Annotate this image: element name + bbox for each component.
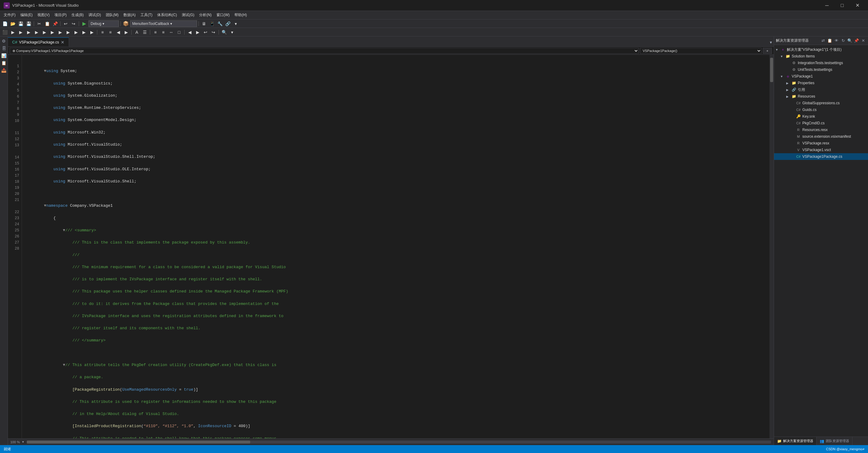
tb2-btn23[interactable]: ◀ — [186, 29, 193, 36]
se-tab-team-explorer[interactable]: 👥 团队资源管理器 — [817, 437, 852, 445]
menu-data[interactable]: 数据(A) — [121, 11, 138, 19]
maximize-button[interactable]: □ — [835, 0, 849, 11]
save-all-button[interactable]: 💾 — [25, 20, 32, 27]
tree-item-resources-folder[interactable]: ▶ 📁 Resources — [774, 93, 868, 100]
device-btn2[interactable]: 📱 — [208, 20, 216, 27]
se-properties-button[interactable]: 📋 — [827, 38, 833, 44]
debug-config-dropdown[interactable]: Debug ▾ — [89, 20, 119, 27]
tree-item-vspackage1-project[interactable]: ▼ ◈ VSPackage1 — [774, 73, 868, 80]
se-pin-button[interactable]: 📌 — [854, 38, 860, 44]
se-show-all-button[interactable]: 👁 — [833, 38, 839, 44]
tb2-btn19[interactable]: ≡ — [152, 29, 159, 36]
menu-tools[interactable]: 工具(T) — [138, 11, 155, 19]
tb2-btn3[interactable]: ▶ — [17, 29, 24, 36]
tb2-btn15[interactable]: ◀ — [115, 29, 122, 36]
solution-config-dropdown[interactable]: MenuItemToolCallback ▾ — [130, 20, 197, 27]
tb2-btn8[interactable]: ▶ — [57, 29, 64, 36]
se-tab-solution-explorer[interactable]: 📁 解决方案资源管理器 — [774, 437, 817, 445]
new-file-button[interactable]: 📄 — [1, 20, 8, 27]
tb2-btn21[interactable]: ↔ — [167, 29, 175, 36]
close-button[interactable]: ✕ — [850, 0, 864, 11]
sidebar-output[interactable]: 📤 — [1, 67, 7, 73]
tb2-btn2[interactable]: ▶ — [9, 29, 17, 36]
tree-item-vsix-manifest[interactable]: M source.extension.vsixmanifest — [774, 133, 868, 140]
tb2-btn10[interactable]: ▶ — [72, 29, 80, 36]
cut-button[interactable]: ✂ — [36, 20, 43, 27]
menu-test[interactable]: 测试(G) — [179, 11, 197, 19]
tree-item-vspackage-resx[interactable]: R VSPackage.resx — [774, 140, 868, 147]
tree-item-solution-items[interactable]: ▼ 📁 Solution Items — [774, 53, 868, 60]
breadcrumb-method-dropdown[interactable]: VSPackage1Package() — [640, 48, 762, 54]
tb2-btn9[interactable]: ▶ — [64, 29, 72, 36]
se-refresh-button[interactable]: ↻ — [840, 38, 846, 44]
tab-close-button[interactable]: ✕ — [61, 40, 64, 45]
tb2-btn20[interactable]: ≡ — [160, 29, 167, 36]
save-button[interactable]: 💾 — [17, 20, 24, 27]
tb2-btn18[interactable]: ☰ — [141, 29, 148, 36]
se-filter-button[interactable]: 🔍 — [847, 38, 853, 44]
tree-item-vspackage1package-cs[interactable]: C# VSPackage1Package.cs — [774, 153, 868, 160]
menu-file[interactable]: 文件(F) — [1, 11, 18, 19]
menu-team[interactable]: 团队(M) — [103, 11, 121, 19]
tree-item-properties[interactable]: ▶ 📁 Properties — [774, 80, 868, 86]
menu-edit[interactable]: 编辑(E) — [18, 11, 35, 19]
sidebar-class[interactable]: 📊 — [1, 52, 7, 59]
tb2-btn27[interactable]: 🔍 — [220, 29, 228, 36]
tb2-btn6[interactable]: ▶ — [41, 29, 48, 36]
tb2-btn26[interactable]: ↪ — [210, 29, 217, 36]
tb2-btn7[interactable]: ▶ — [49, 29, 56, 36]
tb2-btn13[interactable]: ≡ — [99, 29, 106, 36]
tb2-btn25[interactable]: ↩ — [202, 29, 209, 36]
undo-button[interactable]: ↩ — [62, 20, 69, 27]
minimize-button[interactable]: ─ — [820, 0, 834, 11]
tree-item-unit-tests[interactable]: ⚙ UnitTests.testsettings — [774, 66, 868, 73]
device-btn4[interactable]: 🔗 — [224, 20, 231, 27]
sidebar-property[interactable]: 📋 — [1, 60, 7, 66]
tb2-extras[interactable]: ▾ — [228, 29, 236, 36]
tb2-btn12[interactable]: ▶ — [88, 29, 95, 36]
device-btn3[interactable]: 🔧 — [216, 20, 223, 27]
paste-button[interactable]: 📌 — [51, 20, 59, 27]
menu-view[interactable]: 视图(V) — [35, 11, 52, 19]
tb2-btn22[interactable]: □ — [176, 29, 183, 36]
menu-help[interactable]: 帮助(H) — [232, 11, 249, 19]
tree-item-solution[interactable]: ▼ ♦ 解决方案"VSPackage1"(1 个项目) — [774, 46, 868, 53]
tree-item-guids[interactable]: C# Guids.cs — [774, 107, 868, 113]
tree-item-integration-tests[interactable]: ⚙ IntegrationTests.testsettings — [774, 60, 868, 66]
tree-item-resources-resx[interactable]: R Resources.resx — [774, 126, 868, 133]
tree-item-pkgcmdid[interactable]: C# PkgCmdID.cs — [774, 120, 868, 126]
code-content-area[interactable]: ▼using System; using System.Diagnostics;… — [22, 55, 770, 439]
menu-project[interactable]: 项目(P) — [52, 11, 69, 19]
editor-tab-vspackage1package[interactable]: C# VSPackage1Package.cs ✕ — [8, 37, 69, 47]
menu-debug[interactable]: 调试(D) — [86, 11, 103, 19]
tb2-btn16[interactable]: ▶ — [123, 29, 130, 36]
run-button[interactable]: ▶ — [81, 20, 88, 27]
breadcrumb-expand-button[interactable]: + — [763, 48, 772, 54]
menu-build[interactable]: 生成(B) — [69, 11, 86, 19]
se-close-button[interactable]: ✕ — [860, 38, 866, 44]
tb2-btn5[interactable]: ▶ — [33, 29, 40, 36]
menu-analyze[interactable]: 分析(N) — [197, 11, 214, 19]
tb2-btn14[interactable]: ≡ — [107, 29, 114, 36]
zoom-dropdown-icon[interactable]: ▾ — [22, 440, 24, 444]
editor-horizontal-scrollbar[interactable] — [26, 440, 771, 444]
open-file-button[interactable]: 📂 — [9, 20, 17, 27]
tb2-btn11[interactable]: ▶ — [80, 29, 88, 36]
sidebar-toolbox[interactable]: ⚙ — [1, 38, 7, 44]
sidebar-server[interactable]: 🗄 — [1, 45, 7, 52]
tree-item-references[interactable]: ▶ 🔗 引用 — [774, 86, 868, 93]
solution-tree[interactable]: ▼ ♦ 解决方案"VSPackage1"(1 个项目) ▼ 📁 Solution… — [774, 45, 868, 436]
redo-button[interactable]: ↪ — [70, 20, 77, 27]
menu-architecture[interactable]: 体系结构(C) — [155, 11, 179, 19]
tree-item-key-snk[interactable]: 🔑 Key.snk — [774, 113, 868, 120]
tree-item-vspackage1-vsct[interactable]: V VSPackage1.vsct — [774, 147, 868, 153]
copy-button[interactable]: 📋 — [43, 20, 51, 27]
tab-list-dropdown[interactable]: ▾ — [768, 38, 774, 47]
menu-window[interactable]: 窗口(W) — [214, 11, 232, 19]
se-sync-button[interactable]: ⇄ — [820, 38, 826, 44]
editor-vertical-scrollbar[interactable] — [770, 55, 774, 439]
device-btn[interactable]: 🖥 — [200, 20, 208, 27]
tb2-btn1[interactable]: ⬛ — [1, 29, 8, 36]
extras-btn[interactable]: ▾ — [232, 20, 239, 27]
tree-item-global-suppressions[interactable]: C# GlobalSuppressions.cs — [774, 100, 868, 107]
